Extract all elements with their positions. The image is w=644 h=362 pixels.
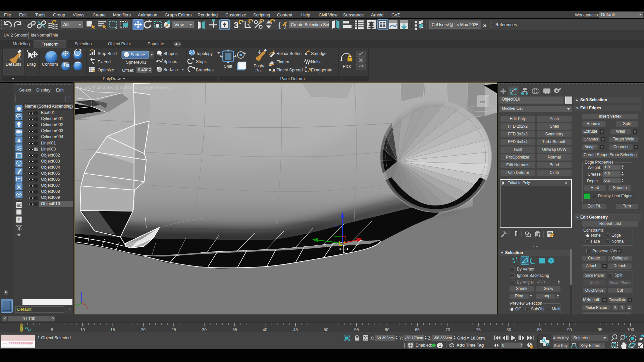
svg-text:{: {	[278, 20, 281, 29]
svg-text:Splines: Splines	[163, 59, 177, 64]
svg-text:Push/: Push/	[254, 64, 264, 68]
svg-text:Pinch/ Spread: Pinch/ Spread	[276, 68, 303, 72]
svg-text:[ + ] [ Orthographic ] [ Stand: [ + ] [ Orthographic ] [ Standard ] [ Ed…	[77, 85, 171, 90]
svg-text:y: y	[75, 303, 77, 306]
svg-text:3: 3	[234, 20, 238, 30]
svg-text:Exaggerate: Exaggerate	[311, 68, 332, 72]
svg-text:Surface: Surface	[130, 53, 145, 57]
svg-text:x: x	[87, 306, 88, 310]
svg-text:Optimize: Optimize	[98, 68, 114, 72]
svg-text:Defaults: Defaults	[6, 62, 21, 67]
svg-text:References: References	[495, 22, 517, 27]
svg-text:Step Build: Step Build	[98, 51, 117, 56]
svg-text:Noise: Noise	[311, 60, 322, 64]
svg-text:Shift: Shift	[224, 64, 232, 69]
svg-text:Extend: Extend	[98, 60, 111, 64]
svg-text:Shapes: Shapes	[163, 51, 177, 56]
svg-text:PolyDraw: PolyDraw	[103, 76, 121, 81]
svg-text:Sphere001: Sphere001	[126, 60, 146, 65]
svg-text:Branches: Branches	[196, 68, 214, 72]
svg-text:Smudge: Smudge	[311, 51, 327, 56]
svg-text:Paint Deform: Paint Deform	[280, 76, 305, 81]
svg-text:Drag: Drag	[26, 62, 36, 67]
svg-text:Relax/ Soften: Relax/ Soften	[276, 51, 302, 56]
svg-text:All: All	[63, 22, 69, 27]
svg-text:Pick: Pick	[343, 64, 351, 69]
svg-text:Surface: Surface	[163, 67, 178, 72]
svg-text:E: E	[17, 218, 20, 222]
svg-text:0.400: 0.400	[138, 68, 148, 72]
svg-text:Topology: Topology	[196, 51, 213, 56]
svg-text:Offset:: Offset:	[122, 68, 135, 73]
svg-text:LEFT: LEFT	[479, 101, 486, 104]
svg-text:C:\Users\성...s Max 2022: C:\Users\성...s Max 2022	[432, 22, 479, 27]
svg-text:z: z	[80, 289, 82, 292]
svg-text:Conform: Conform	[42, 62, 58, 67]
svg-text:Flatten: Flatten	[276, 60, 289, 64]
svg-text:Pull: Pull	[256, 68, 263, 73]
svg-text:Strips: Strips	[196, 59, 207, 64]
svg-text:View: View	[174, 22, 184, 27]
svg-text:»: »	[483, 21, 487, 28]
svg-text:Create Selection Set: Create Selection Set	[291, 22, 329, 27]
